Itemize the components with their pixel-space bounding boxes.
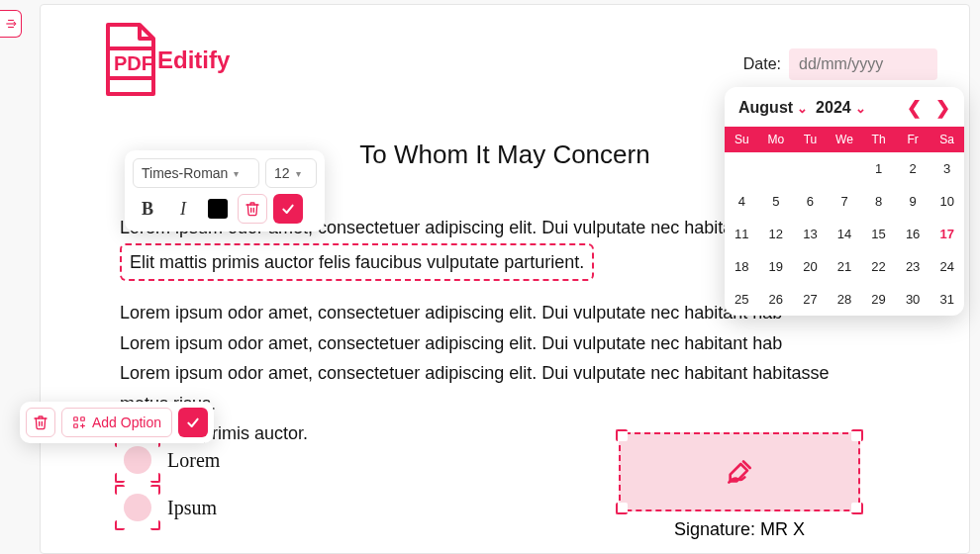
- svg-rect-6: [74, 417, 78, 421]
- bold-button[interactable]: B: [133, 194, 162, 224]
- calendar-day[interactable]: 30: [896, 283, 931, 316]
- chevron-down-icon: ▾: [234, 168, 239, 179]
- calendar-day[interactable]: 8: [861, 185, 896, 218]
- resize-handle-br[interactable]: [150, 520, 160, 530]
- calendar-empty-cell: [725, 152, 759, 185]
- weekday-header: We: [828, 127, 862, 152]
- calendar-day[interactable]: 14: [828, 218, 862, 250]
- collapse-sidebar-tab[interactable]: [0, 10, 22, 38]
- calendar-day[interactable]: 23: [896, 250, 931, 283]
- date-label: Date:: [743, 55, 781, 73]
- app-logo: PDF Editify: [94, 19, 230, 102]
- calendar-day[interactable]: 12: [759, 218, 794, 250]
- date-input[interactable]: [789, 48, 937, 80]
- option-edit-toolbar: Add Option: [20, 402, 214, 443]
- calendar-day[interactable]: 3: [930, 152, 964, 185]
- calendar-day[interactable]: 1: [861, 152, 896, 185]
- font-family-select[interactable]: Times-Roman▾: [133, 158, 259, 188]
- calendar-day[interactable]: 5: [759, 185, 794, 218]
- weekday-header: Su: [725, 127, 759, 152]
- calendar-day[interactable]: 18: [725, 250, 759, 283]
- logo-text: Editify: [157, 46, 230, 74]
- resize-handle-br[interactable]: [851, 503, 863, 514]
- signature-caption: Signature: MR X: [619, 519, 860, 540]
- calendar-day[interactable]: 15: [861, 218, 896, 250]
- italic-button[interactable]: I: [168, 194, 198, 224]
- delete-option-button[interactable]: [26, 408, 55, 437]
- trash-icon: [33, 415, 49, 430]
- resize-handle-tl[interactable]: [115, 485, 125, 495]
- text-color-picker[interactable]: [208, 199, 228, 219]
- delete-text-button[interactable]: [238, 194, 267, 224]
- calendar-day[interactable]: 10: [930, 185, 964, 218]
- calendar-day[interactable]: 9: [896, 185, 931, 218]
- calendar-day[interactable]: 25: [725, 283, 759, 316]
- weekday-header-row: SuMoTuWeThFrSa: [725, 127, 964, 152]
- pdf-file-icon: PDF: [94, 19, 163, 102]
- radio-label-1: Lorem: [167, 449, 220, 472]
- calendar-day[interactable]: 31: [930, 283, 964, 316]
- resize-handle-br[interactable]: [150, 473, 160, 483]
- radio-dot-icon: [124, 494, 151, 521]
- weekday-header: Mo: [759, 127, 794, 152]
- calendar-day[interactable]: 6: [793, 185, 828, 218]
- calendar-day[interactable]: 21: [828, 250, 862, 283]
- radio-option-2[interactable]: [120, 490, 155, 525]
- date-picker-popup: August⌄ 2024⌄ ❮ ❯ SuMoTuWeThFrSa 1234567…: [725, 87, 964, 316]
- calendar-empty-cell: [828, 152, 862, 185]
- calendar-empty-cell: [793, 152, 828, 185]
- check-icon: [280, 201, 296, 217]
- resize-handle-tl[interactable]: [616, 429, 628, 441]
- calendar-day[interactable]: 11: [725, 218, 759, 250]
- text-edit-toolbar: Times-Roman▾ 12▾ B I: [125, 150, 325, 231]
- resize-handle-bl[interactable]: [115, 473, 125, 483]
- calendar-day[interactable]: 13: [793, 218, 828, 250]
- paragraph-2: Lorem ipsum odor amet, consectetuer adip…: [120, 298, 870, 449]
- check-icon: [185, 415, 201, 430]
- add-option-button[interactable]: Add Option: [61, 408, 172, 437]
- calendar-day[interactable]: 16: [896, 218, 931, 250]
- calendar-day[interactable]: 20: [793, 250, 828, 283]
- selected-text-span[interactable]: Elit mattis primis auctor felis faucibus…: [120, 243, 594, 282]
- weekday-header: Sa: [930, 127, 964, 152]
- signature-field[interactable]: [619, 432, 860, 511]
- next-month-button[interactable]: ❯: [935, 97, 950, 119]
- month-select[interactable]: August⌄: [738, 99, 808, 117]
- confirm-option-button[interactable]: [178, 408, 208, 437]
- confirm-text-button[interactable]: [273, 194, 303, 224]
- calendar-day[interactable]: 29: [861, 283, 896, 316]
- svg-text:PDF: PDF: [114, 52, 153, 74]
- resize-handle-tr[interactable]: [851, 429, 863, 441]
- chevron-down-icon: ▾: [296, 168, 301, 179]
- weekday-header: Tu: [793, 127, 828, 152]
- calendar-day[interactable]: 22: [861, 250, 896, 283]
- resize-handle-tr[interactable]: [150, 485, 160, 495]
- signature-pen-icon: [724, 456, 755, 488]
- resize-handle-bl[interactable]: [616, 503, 628, 514]
- chevron-down-icon: ⌄: [797, 101, 808, 116]
- trash-icon: [245, 201, 260, 217]
- calendar-day[interactable]: 2: [896, 152, 931, 185]
- calendar-day[interactable]: 19: [759, 250, 794, 283]
- radio-options-group: Lorem Ipsum: [120, 436, 220, 531]
- calendar-day[interactable]: 7: [828, 185, 862, 218]
- calendar-day[interactable]: 17: [930, 218, 964, 250]
- calendar-day[interactable]: 27: [793, 283, 828, 316]
- calendar-day[interactable]: 28: [828, 283, 862, 316]
- weekday-header: Th: [861, 127, 896, 152]
- expand-icon: [4, 17, 18, 31]
- chevron-down-icon: ⌄: [855, 101, 866, 116]
- year-select[interactable]: 2024⌄: [816, 99, 866, 117]
- prev-month-button[interactable]: ❮: [907, 97, 922, 119]
- calendar-day[interactable]: 4: [725, 185, 759, 218]
- font-size-select[interactable]: 12▾: [265, 158, 317, 188]
- calendar-empty-cell: [759, 152, 794, 185]
- radio-option-1[interactable]: [120, 442, 155, 478]
- resize-handle-bl[interactable]: [115, 520, 125, 530]
- svg-rect-8: [74, 424, 78, 428]
- calendar-day[interactable]: 26: [759, 283, 794, 316]
- calendar-day[interactable]: 24: [930, 250, 964, 283]
- radio-dot-icon: [124, 446, 151, 474]
- svg-rect-7: [81, 417, 85, 421]
- weekday-header: Fr: [896, 127, 931, 152]
